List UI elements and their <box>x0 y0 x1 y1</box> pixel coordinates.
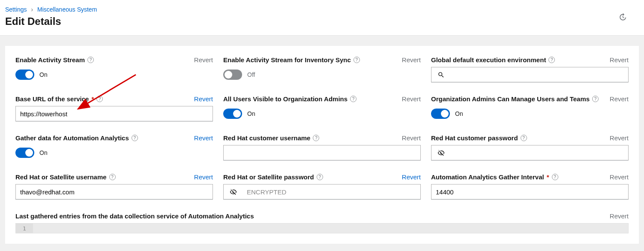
toggle-state-label: On <box>455 110 463 117</box>
revert-button[interactable]: Revert <box>194 134 213 142</box>
label-text: Enable Activity Stream <box>15 56 85 64</box>
field-global-exec-env: Global default execution environment ? R… <box>431 56 629 82</box>
rh-customer-password-wrap <box>431 145 629 160</box>
revert-button[interactable]: Revert <box>610 134 629 142</box>
field-rh-customer-username: Red Hat customer username ? Revert <box>223 134 421 160</box>
breadcrumb: Settings › Miscellaneous System <box>5 6 639 13</box>
field-all-users-visible: All Users Visible to Organization Admins… <box>223 95 421 121</box>
revert-button[interactable]: Revert <box>194 56 213 64</box>
exec-env-input[interactable] <box>450 67 628 82</box>
eye-off-icon[interactable] <box>224 184 243 199</box>
line-number: 1 <box>16 224 33 233</box>
revert-button[interactable]: Revert <box>610 95 629 103</box>
code-content[interactable] <box>33 224 628 233</box>
search-icon[interactable] <box>431 67 450 82</box>
toggle-state-label: On <box>39 149 48 156</box>
field-base-url: Base URL of the service * ? Revert <box>15 95 213 121</box>
toggle-state-label: On <box>247 110 255 117</box>
revert-button[interactable]: Revert <box>194 95 213 103</box>
revert-button[interactable]: Revert <box>610 173 629 181</box>
base-url-input[interactable] <box>15 106 213 121</box>
label-text: Red Hat or Satellite username <box>15 173 107 181</box>
revert-button[interactable]: Revert <box>402 95 421 103</box>
help-icon[interactable]: ? <box>313 135 319 141</box>
label-text: Global default execution environment <box>431 56 546 64</box>
history-icon[interactable] <box>618 13 627 21</box>
help-icon[interactable]: ? <box>317 174 323 180</box>
revert-button[interactable]: Revert <box>402 56 421 64</box>
gather-interval-input[interactable] <box>431 184 629 200</box>
revert-button[interactable]: Revert <box>402 173 421 181</box>
label-text: Red Hat customer password <box>431 134 518 142</box>
label-text: Gather data for Automation Analytics <box>15 134 129 142</box>
activity-stream-toggle[interactable] <box>15 70 34 80</box>
field-gather-analytics: Gather data for Automation Analytics ? R… <box>15 134 213 160</box>
breadcrumb-separator: › <box>31 6 33 13</box>
revert-button[interactable]: Revert <box>402 134 421 142</box>
field-rh-sat-password: Red Hat or Satellite password ? Revert <box>223 173 421 200</box>
revert-button[interactable]: Revert <box>194 173 213 181</box>
label-text: Base URL of the service <box>15 95 89 103</box>
label-text: Red Hat or Satellite password <box>223 173 314 181</box>
exec-env-lookup[interactable] <box>431 67 629 82</box>
field-org-admins-manage: Organization Admins Can Manage Users and… <box>431 95 629 121</box>
required-indicator: * <box>547 173 549 181</box>
toggle-state-label: Off <box>247 71 255 78</box>
gather-analytics-toggle[interactable] <box>15 148 34 158</box>
revert-button[interactable]: Revert <box>610 212 629 220</box>
breadcrumb-current-link[interactable]: Miscellaneous System <box>37 6 97 13</box>
field-rh-customer-password: Red Hat customer password ? Revert <box>431 134 629 160</box>
label-text: Automation Analytics Gather Interval <box>431 173 544 181</box>
help-icon[interactable]: ? <box>109 174 116 180</box>
help-icon[interactable]: ? <box>353 57 360 63</box>
field-activity-stream-inventory: Enable Activity Stream for Inventory Syn… <box>223 56 421 82</box>
help-icon[interactable]: ? <box>521 135 527 141</box>
help-icon[interactable]: ? <box>548 57 555 63</box>
activity-stream-inventory-toggle[interactable] <box>223 70 242 80</box>
eye-off-icon[interactable] <box>431 145 450 160</box>
help-icon[interactable]: ? <box>350 96 356 102</box>
label-text: Red Hat customer username <box>223 134 310 142</box>
settings-card: Enable Activity Stream ? Revert On Enabl… <box>5 46 639 244</box>
revert-button[interactable]: Revert <box>610 56 629 64</box>
required-indicator: * <box>91 95 94 103</box>
help-icon[interactable]: ? <box>552 174 558 180</box>
field-enable-activity-stream: Enable Activity Stream ? Revert On <box>15 56 213 82</box>
code-editor[interactable]: 1 <box>15 223 629 233</box>
help-icon[interactable]: ? <box>592 96 599 102</box>
help-icon[interactable]: ? <box>132 135 138 141</box>
page-title: Edit Details <box>5 15 639 27</box>
all-users-visible-toggle[interactable] <box>223 109 242 119</box>
label-text: Last gathered entries from the data coll… <box>15 212 254 220</box>
breadcrumb-root-link[interactable]: Settings <box>5 6 27 13</box>
label-text: Organization Admins Can Manage Users and… <box>431 95 590 103</box>
rh-customer-password-input[interactable] <box>450 145 628 160</box>
rh-sat-username-input[interactable] <box>15 184 213 200</box>
page-header: Settings › Miscellaneous System Edit Det… <box>0 0 644 36</box>
field-last-gather: Last gathered entries from the data coll… <box>15 212 629 233</box>
label-text: Enable Activity Stream for Inventory Syn… <box>223 56 351 64</box>
field-rh-sat-username: Red Hat or Satellite username ? Revert <box>15 173 213 200</box>
help-icon[interactable]: ? <box>87 57 94 63</box>
rh-sat-password-input[interactable] <box>243 184 420 199</box>
rh-customer-username-input[interactable] <box>223 145 421 160</box>
label-text: All Users Visible to Organization Admins <box>223 95 347 103</box>
help-icon[interactable]: ? <box>96 96 103 102</box>
org-admins-manage-toggle[interactable] <box>431 109 450 119</box>
rh-sat-password-wrap <box>223 184 421 200</box>
field-gather-interval: Automation Analytics Gather Interval * ?… <box>431 173 629 200</box>
toggle-state-label: On <box>39 71 48 78</box>
